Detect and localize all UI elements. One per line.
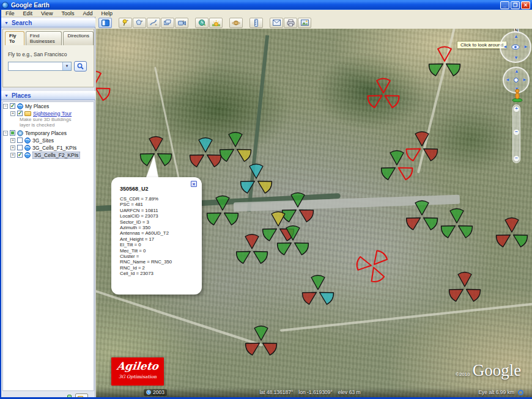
sector-green[interactable] bbox=[205, 207, 224, 226]
move-up-arrow-icon[interactable]: ▲ bbox=[514, 68, 519, 74]
sector-outline[interactable] bbox=[382, 90, 401, 109]
sector-red[interactable] bbox=[495, 229, 514, 248]
look-right-arrow-icon[interactable]: ► bbox=[523, 44, 528, 49]
sector-green[interactable] bbox=[229, 133, 242, 147]
cell-site-marker[interactable] bbox=[297, 270, 339, 313]
tree-item-sightseeing-tour[interactable]: + Sightseeing Tour bbox=[10, 110, 94, 117]
sunlight-button[interactable] bbox=[209, 18, 223, 28]
add-path-button[interactable]: + bbox=[147, 18, 160, 28]
fly-to-dropdown-icon[interactable]: ▼ bbox=[62, 62, 71, 70]
historical-imagery-button[interactable] bbox=[195, 18, 209, 28]
cell-site-marker[interactable] bbox=[352, 244, 394, 287]
sector-red[interactable] bbox=[420, 143, 439, 162]
zoom-out-button[interactable]: − bbox=[514, 156, 519, 161]
cell-site-marker[interactable] bbox=[490, 213, 532, 255]
3g-cells-f2-checkbox[interactable] bbox=[17, 152, 23, 158]
sector-red[interactable] bbox=[505, 218, 519, 233]
collapse-node-icon[interactable]: − bbox=[3, 104, 8, 109]
sector-green[interactable] bbox=[450, 209, 464, 224]
expand-node-icon[interactable]: + bbox=[10, 138, 15, 143]
sector-green[interactable] bbox=[286, 226, 300, 241]
sector-green[interactable] bbox=[443, 58, 462, 77]
tab-find-businesses[interactable]: Find Businesses bbox=[26, 31, 62, 45]
tree-item-3g-cells-f2-kpis[interactable]: + 3G_Cells_F2_KPIs bbox=[10, 152, 94, 158]
sector-cyan[interactable] bbox=[316, 287, 335, 306]
sector-green[interactable] bbox=[250, 246, 269, 265]
sector-green[interactable] bbox=[216, 196, 229, 211]
menu-add[interactable]: Add bbox=[78, 10, 97, 16]
show-sidebar-button[interactable] bbox=[98, 18, 112, 28]
sightseeing-checkbox[interactable] bbox=[17, 111, 23, 116]
email-button[interactable] bbox=[270, 18, 283, 28]
tab-directions[interactable]: Directions bbox=[63, 31, 94, 45]
menu-tools[interactable]: Tools bbox=[57, 10, 78, 16]
expand-node-icon[interactable]: + bbox=[10, 111, 15, 116]
minimize-button[interactable]: _ bbox=[500, 1, 509, 9]
look-joystick[interactable]: ▲ ▼ ◄ ► bbox=[500, 31, 531, 63]
sector-green[interactable] bbox=[415, 201, 429, 216]
save-image-button[interactable] bbox=[298, 18, 311, 28]
sector-outline[interactable] bbox=[377, 79, 390, 93]
fly-to-text-field[interactable] bbox=[9, 62, 62, 70]
menu-file[interactable]: File bbox=[1, 10, 19, 16]
sector-red[interactable] bbox=[405, 212, 424, 231]
look-up-arrow-icon[interactable]: ▲ bbox=[514, 34, 519, 39]
zoom-slider[interactable]: + − − bbox=[512, 104, 520, 163]
cell-site-marker[interactable] bbox=[272, 221, 314, 263]
ruler-button[interactable] bbox=[249, 18, 263, 28]
sector-outline[interactable] bbox=[356, 257, 372, 273]
tree-item-3g-sites[interactable]: + 3G_Sites bbox=[10, 137, 94, 144]
sector-red[interactable] bbox=[259, 337, 278, 356]
fly-to-input[interactable]: ▼ bbox=[8, 62, 72, 71]
sector-green[interactable] bbox=[380, 162, 399, 181]
temporary-places-checkbox[interactable] bbox=[10, 130, 15, 136]
sector-red[interactable] bbox=[244, 337, 263, 356]
cell-site-marker[interactable] bbox=[401, 126, 443, 169]
sector-red[interactable] bbox=[463, 284, 482, 302]
switch-planet-button[interactable] bbox=[229, 18, 243, 28]
sector-outline[interactable] bbox=[366, 90, 385, 109]
zoom-in-button[interactable]: + bbox=[514, 106, 519, 112]
3g-sites-checkbox[interactable] bbox=[17, 137, 23, 143]
collapse-node-icon[interactable]: − bbox=[3, 131, 8, 136]
sector-red[interactable] bbox=[245, 235, 259, 249]
expand-node-icon[interactable]: + bbox=[10, 145, 15, 150]
menu-help[interactable]: Help bbox=[97, 10, 117, 16]
sector-cyan[interactable] bbox=[249, 164, 263, 179]
sector-yellow[interactable] bbox=[254, 175, 273, 194]
tree-item-temporary-places[interactable]: − Temporary Places bbox=[3, 130, 94, 136]
record-tour-button[interactable]: + bbox=[175, 18, 188, 28]
sector-red[interactable] bbox=[188, 149, 207, 168]
cell-site-marker[interactable] bbox=[201, 191, 244, 233]
move-left-arrow-icon[interactable]: ◄ bbox=[505, 77, 510, 82]
pegman-street-view-icon[interactable] bbox=[512, 89, 523, 102]
sector-green[interactable] bbox=[311, 276, 325, 290]
search-button[interactable] bbox=[74, 61, 87, 71]
cell-site-marker[interactable] bbox=[443, 267, 486, 310]
3g-cells-f1-checkbox[interactable] bbox=[17, 145, 23, 150]
sector-red[interactable] bbox=[448, 284, 467, 302]
sector-green[interactable] bbox=[427, 58, 446, 77]
menu-view[interactable]: View bbox=[37, 10, 57, 16]
sector-red[interactable] bbox=[301, 287, 320, 306]
restore-button[interactable]: ❐ bbox=[511, 1, 520, 9]
sector-outline[interactable] bbox=[96, 82, 111, 101]
tab-fly-to[interactable]: Fly To bbox=[5, 31, 24, 45]
add-placemark-button[interactable]: + bbox=[119, 18, 132, 28]
sector-green[interactable] bbox=[254, 326, 268, 341]
zoom-slider-handle[interactable]: − bbox=[514, 130, 519, 135]
look-down-arrow-icon[interactable]: ▼ bbox=[514, 55, 519, 60]
add-polygon-button[interactable]: + bbox=[133, 18, 146, 28]
sector-green[interactable] bbox=[235, 246, 254, 265]
cell-site-marker[interactable] bbox=[96, 66, 116, 109]
cell-site-marker[interactable] bbox=[231, 229, 273, 272]
my-places-checkbox[interactable] bbox=[10, 103, 15, 109]
add-image-overlay-button[interactable] bbox=[161, 18, 174, 28]
cell-site-marker[interactable] bbox=[435, 203, 478, 246]
sector-outline[interactable] bbox=[405, 143, 424, 162]
close-button[interactable]: ✕ bbox=[521, 1, 530, 9]
sector-outline[interactable] bbox=[368, 265, 385, 284]
sector-green[interactable] bbox=[291, 237, 310, 256]
sector-green[interactable] bbox=[455, 220, 474, 239]
sector-green[interactable] bbox=[276, 237, 295, 256]
